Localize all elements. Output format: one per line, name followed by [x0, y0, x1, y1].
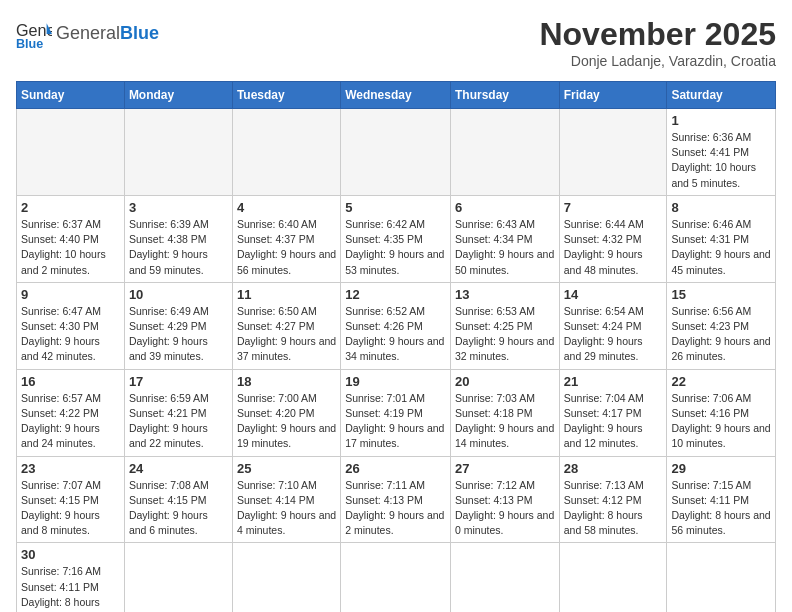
day-5: 5 Sunrise: 6:42 AMSunset: 4:35 PMDayligh… [341, 195, 451, 282]
day-10: 10 Sunrise: 6:49 AMSunset: 4:29 PMDaylig… [124, 282, 232, 369]
empty-cell [124, 543, 232, 612]
empty-cell [450, 543, 559, 612]
col-thursday: Thursday [450, 82, 559, 109]
col-wednesday: Wednesday [341, 82, 451, 109]
day-16: 16 Sunrise: 6:57 AMSunset: 4:22 PMDaylig… [17, 369, 125, 456]
calendar-table: Sunday Monday Tuesday Wednesday Thursday… [16, 81, 776, 612]
calendar-row-5: 23 Sunrise: 7:07 AMSunset: 4:15 PMDaylig… [17, 456, 776, 543]
location: Donje Ladanje, Varazdin, Croatia [539, 53, 776, 69]
day-23: 23 Sunrise: 7:07 AMSunset: 4:15 PMDaylig… [17, 456, 125, 543]
day-25: 25 Sunrise: 7:10 AMSunset: 4:14 PMDaylig… [232, 456, 340, 543]
col-sunday: Sunday [17, 82, 125, 109]
day-21: 21 Sunrise: 7:04 AMSunset: 4:17 PMDaylig… [559, 369, 667, 456]
empty-cell [341, 109, 451, 196]
day-29: 29 Sunrise: 7:15 AMSunset: 4:11 PMDaylig… [667, 456, 776, 543]
month-title: November 2025 [539, 16, 776, 53]
day-15: 15 Sunrise: 6:56 AMSunset: 4:23 PMDaylig… [667, 282, 776, 369]
col-friday: Friday [559, 82, 667, 109]
logo-icon: General Blue [16, 16, 52, 52]
day-11: 11 Sunrise: 6:50 AMSunset: 4:27 PMDaylig… [232, 282, 340, 369]
day-18: 18 Sunrise: 7:00 AMSunset: 4:20 PMDaylig… [232, 369, 340, 456]
day-22: 22 Sunrise: 7:06 AMSunset: 4:16 PMDaylig… [667, 369, 776, 456]
empty-cell [667, 543, 776, 612]
col-monday: Monday [124, 82, 232, 109]
title-block: November 2025 Donje Ladanje, Varazdin, C… [539, 16, 776, 69]
day-26: 26 Sunrise: 7:11 AMSunset: 4:13 PMDaylig… [341, 456, 451, 543]
calendar-row-2: 2 Sunrise: 6:37 AMSunset: 4:40 PMDayligh… [17, 195, 776, 282]
logo-blue: Blue [120, 23, 159, 43]
empty-cell [232, 109, 340, 196]
day-3: 3 Sunrise: 6:39 AMSunset: 4:38 PMDayligh… [124, 195, 232, 282]
empty-cell [559, 543, 667, 612]
day-12: 12 Sunrise: 6:52 AMSunset: 4:26 PMDaylig… [341, 282, 451, 369]
calendar-header-row: Sunday Monday Tuesday Wednesday Thursday… [17, 82, 776, 109]
day-27: 27 Sunrise: 7:12 AMSunset: 4:13 PMDaylig… [450, 456, 559, 543]
day-2: 2 Sunrise: 6:37 AMSunset: 4:40 PMDayligh… [17, 195, 125, 282]
empty-cell [450, 109, 559, 196]
day-8: 8 Sunrise: 6:46 AMSunset: 4:31 PMDayligh… [667, 195, 776, 282]
day-20: 20 Sunrise: 7:03 AMSunset: 4:18 PMDaylig… [450, 369, 559, 456]
calendar-row-1: 1 Sunrise: 6:36 AMSunset: 4:41 PMDayligh… [17, 109, 776, 196]
day-4: 4 Sunrise: 6:40 AMSunset: 4:37 PMDayligh… [232, 195, 340, 282]
day-13: 13 Sunrise: 6:53 AMSunset: 4:25 PMDaylig… [450, 282, 559, 369]
empty-cell [559, 109, 667, 196]
col-tuesday: Tuesday [232, 82, 340, 109]
day-14: 14 Sunrise: 6:54 AMSunset: 4:24 PMDaylig… [559, 282, 667, 369]
col-saturday: Saturday [667, 82, 776, 109]
logo-general: General [56, 23, 120, 43]
logo: General Blue GeneralBlue [16, 16, 159, 52]
svg-text:Blue: Blue [16, 37, 43, 51]
day-30: 30 Sunrise: 7:16 AMSunset: 4:11 PMDaylig… [17, 543, 125, 612]
day-1: 1 Sunrise: 6:36 AMSunset: 4:41 PMDayligh… [667, 109, 776, 196]
day-7: 7 Sunrise: 6:44 AMSunset: 4:32 PMDayligh… [559, 195, 667, 282]
calendar-row-3: 9 Sunrise: 6:47 AMSunset: 4:30 PMDayligh… [17, 282, 776, 369]
page-header: General Blue GeneralBlue November 2025 D… [16, 16, 776, 69]
empty-cell [232, 543, 340, 612]
day-17: 17 Sunrise: 6:59 AMSunset: 4:21 PMDaylig… [124, 369, 232, 456]
calendar-row-6: 30 Sunrise: 7:16 AMSunset: 4:11 PMDaylig… [17, 543, 776, 612]
day-24: 24 Sunrise: 7:08 AMSunset: 4:15 PMDaylig… [124, 456, 232, 543]
day-9: 9 Sunrise: 6:47 AMSunset: 4:30 PMDayligh… [17, 282, 125, 369]
day-19: 19 Sunrise: 7:01 AMSunset: 4:19 PMDaylig… [341, 369, 451, 456]
calendar-row-4: 16 Sunrise: 6:57 AMSunset: 4:22 PMDaylig… [17, 369, 776, 456]
empty-cell [124, 109, 232, 196]
empty-cell [341, 543, 451, 612]
day-28: 28 Sunrise: 7:13 AMSunset: 4:12 PMDaylig… [559, 456, 667, 543]
day-6: 6 Sunrise: 6:43 AMSunset: 4:34 PMDayligh… [450, 195, 559, 282]
empty-cell [17, 109, 125, 196]
